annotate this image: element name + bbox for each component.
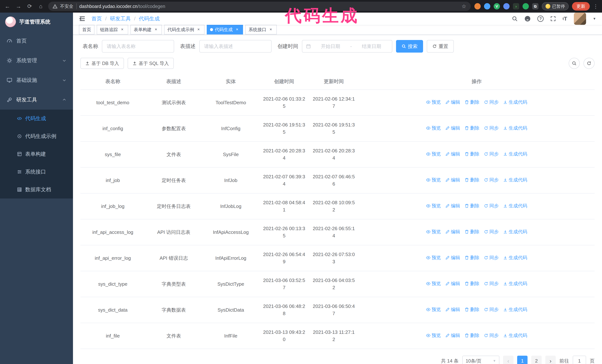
search-button[interactable]: 搜索	[396, 40, 423, 52]
extensions-puzzle-icon[interactable]: ⧉	[532, 3, 538, 10]
sync-link[interactable]: 同步	[484, 202, 499, 209]
sync-link[interactable]: 同步	[484, 151, 499, 157]
help-icon[interactable]: ?	[537, 16, 544, 22]
preview-link[interactable]: 预览	[426, 254, 441, 261]
reset-button[interactable]: 重置	[427, 40, 454, 52]
security-label[interactable]: 不安全	[60, 3, 77, 9]
table-name-input[interactable]	[102, 40, 174, 52]
next-page-button[interactable]: ›	[545, 356, 556, 364]
tab[interactable]: 表单构建 ×	[130, 25, 162, 34]
home-icon[interactable]: ⌂	[37, 3, 44, 9]
hamburger-icon[interactable]	[79, 15, 86, 22]
sql-import-button[interactable]: 基于 SQL 导入	[128, 58, 174, 69]
preview-link[interactable]: 预览	[426, 280, 441, 287]
goto-page-input[interactable]	[573, 356, 586, 364]
sync-link[interactable]: 同步	[484, 125, 499, 132]
paused-badge[interactable]: 已暂停	[542, 2, 569, 10]
search-icon[interactable]	[512, 16, 518, 22]
generate-code-link[interactable]: 生成代码	[503, 125, 527, 132]
preview-link[interactable]: 预览	[426, 332, 441, 339]
table-desc-input[interactable]	[199, 40, 271, 52]
edit-link[interactable]: 编辑	[445, 306, 460, 313]
sidebar-item-codegen-example[interactable]: 代码生成示例	[0, 127, 73, 145]
edit-link[interactable]: 编辑	[445, 202, 460, 209]
tab[interactable]: 系统接口 ×	[245, 25, 277, 34]
breadcrumb-home[interactable]: 首页	[92, 15, 102, 22]
generate-code-link[interactable]: 生成代码	[503, 99, 527, 106]
sidebar-item-form-builder[interactable]: 表单构建	[0, 145, 73, 163]
preview-link[interactable]: 预览	[426, 202, 441, 209]
start-date-input[interactable]: 开始日期	[314, 43, 347, 50]
delete-link[interactable]: 删除	[464, 125, 479, 132]
sync-link[interactable]: 同步	[484, 306, 499, 313]
preview-link[interactable]: 预览	[426, 99, 441, 106]
user-avatar[interactable]	[574, 13, 586, 25]
page-button-2[interactable]: 2	[531, 356, 542, 364]
edit-link[interactable]: 编辑	[445, 177, 460, 184]
close-icon[interactable]: ×	[268, 27, 273, 32]
refresh-icon[interactable]	[583, 58, 595, 69]
preview-link[interactable]: 预览	[426, 228, 441, 235]
font-size-icon[interactable]: tT	[563, 16, 567, 22]
db-import-button[interactable]: 基于 DB 导入	[80, 58, 124, 69]
sidebar-item-system[interactable]: 系统管理	[0, 51, 73, 70]
reload-icon[interactable]: ⟳	[26, 3, 33, 9]
sync-link[interactable]: 同步	[484, 254, 499, 261]
avatar-caret-icon[interactable]: ▼	[593, 17, 596, 21]
preview-link[interactable]: 预览	[426, 306, 441, 313]
generate-code-link[interactable]: 生成代码	[503, 202, 527, 209]
github-icon[interactable]	[524, 16, 531, 22]
back-icon[interactable]: ←	[4, 3, 11, 9]
url-text[interactable]: dashboard.yudao.iocoder.cn/tool/codegen	[79, 4, 459, 9]
page-size-select[interactable]: 10条/页▼	[462, 356, 499, 364]
date-range-picker[interactable]: 开始日期 - 结束日期	[302, 40, 392, 52]
generate-code-link[interactable]: 生成代码	[503, 228, 527, 235]
close-icon[interactable]: ×	[153, 27, 159, 32]
generate-code-link[interactable]: 生成代码	[503, 177, 527, 184]
delete-link[interactable]: 删除	[464, 228, 479, 235]
forward-icon[interactable]: →	[15, 3, 22, 9]
sync-link[interactable]: 同步	[484, 280, 499, 287]
extension-icon-orange[interactable]	[474, 3, 481, 10]
prev-page-button[interactable]: ‹	[503, 356, 514, 364]
close-icon[interactable]: ×	[196, 27, 201, 32]
edit-link[interactable]: 编辑	[445, 125, 460, 132]
browser-menu-icon[interactable]: ⋮	[593, 3, 598, 10]
delete-link[interactable]: 删除	[464, 254, 479, 261]
page-button-1[interactable]: 1	[517, 356, 527, 364]
edit-link[interactable]: 编辑	[445, 280, 460, 287]
generate-code-link[interactable]: 生成代码	[503, 151, 527, 157]
sync-link[interactable]: 同步	[484, 99, 499, 106]
generate-code-link[interactable]: 生成代码	[503, 306, 527, 313]
delete-link[interactable]: 删除	[464, 177, 479, 184]
delete-link[interactable]: 删除	[464, 151, 479, 157]
sidebar-item-codegen[interactable]: 代码生成	[0, 110, 73, 127]
fullscreen-icon[interactable]	[550, 16, 556, 21]
delete-link[interactable]: 删除	[464, 280, 479, 287]
sidebar-item-home[interactable]: 首页	[0, 31, 73, 51]
delete-link[interactable]: 删除	[464, 99, 479, 106]
sidebar-item-devtools[interactable]: 研发工具	[0, 90, 73, 110]
tab[interactable]: 代码生成示例 ×	[164, 25, 204, 34]
sidebar-logo[interactable]: 芋道管理系统	[0, 13, 73, 31]
sidebar-item-db-doc[interactable]: 数据库文档	[0, 181, 73, 198]
extension-icon-leaf[interactable]	[523, 3, 529, 10]
edit-link[interactable]: 编辑	[445, 332, 460, 339]
tab[interactable]: 首页 ×	[79, 25, 95, 34]
tab[interactable]: 链路追踪 ×	[97, 25, 128, 34]
preview-link[interactable]: 预览	[426, 177, 441, 184]
end-date-input[interactable]: 结束日期	[355, 43, 388, 50]
tab[interactable]: 代码生成 ×	[207, 25, 243, 34]
generate-code-link[interactable]: 生成代码	[503, 332, 527, 339]
delete-link[interactable]: 删除	[464, 202, 479, 209]
edit-link[interactable]: 编辑	[445, 254, 460, 261]
sync-link[interactable]: 同步	[484, 332, 499, 339]
sidebar-item-system-api[interactable]: 系统接口	[0, 163, 73, 181]
breadcrumb-devtools[interactable]: 研发工具	[110, 15, 131, 22]
generate-code-link[interactable]: 生成代码	[503, 280, 527, 287]
update-button[interactable]: 更新	[572, 2, 590, 10]
bookmark-star-icon[interactable]: ☆	[462, 3, 466, 10]
edit-link[interactable]: 编辑	[445, 228, 460, 235]
close-icon[interactable]: ×	[235, 27, 240, 32]
extension-icon-blue-drop[interactable]	[484, 3, 490, 10]
